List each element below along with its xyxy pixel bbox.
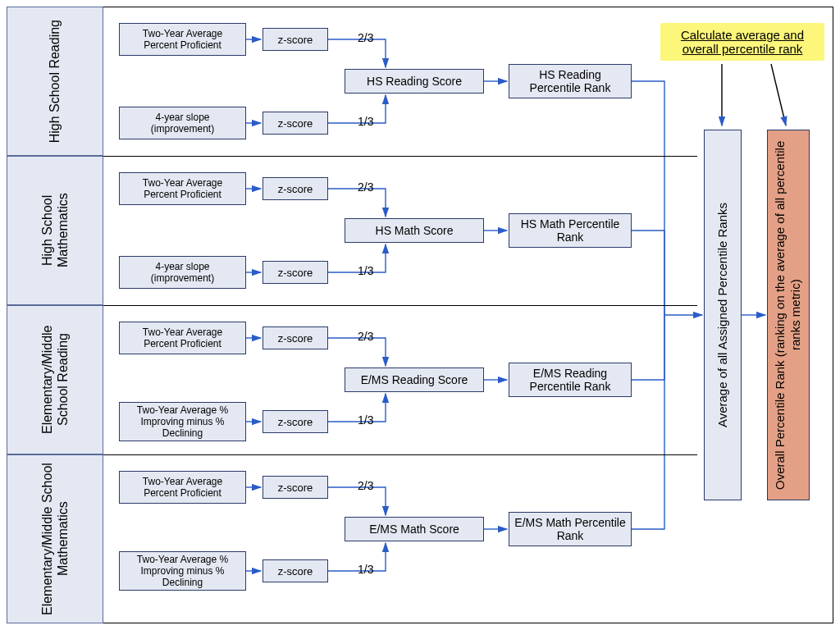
rank-box: HS Math Percentile Rank [509, 213, 632, 248]
row-divider [7, 305, 697, 306]
overall-rank-box: Overall Percentile Rank (ranking on the … [767, 130, 810, 500]
weight-lower: 1/3 [358, 413, 373, 427]
input-improving: Two-Year Average % Improving minus % Dec… [119, 402, 246, 441]
score-box: HS Math Score [345, 218, 484, 243]
row-label-hs-reading: High School Reading [7, 7, 103, 156]
zscore-box: z-score [262, 410, 328, 433]
score-box: E/MS Math Score [345, 517, 484, 541]
input-proficient: Two-Year Average Percent Proficient [119, 172, 246, 205]
row-label-hs-math: High School Mathematics [7, 156, 103, 305]
score-box: HS Reading Score [345, 69, 484, 94]
weight-lower: 1/3 [358, 115, 373, 128]
rank-box: E/MS Math Percentile Rank [509, 512, 632, 546]
zscore-box: z-score [262, 28, 328, 51]
avg-ranks-box: Average of all Assigned Percentile Ranks [704, 130, 742, 500]
zscore-box: z-score [262, 177, 328, 200]
row-label-ems-math: Elementary/Middle School Mathematics [7, 454, 103, 623]
row-divider [7, 156, 697, 157]
svg-line-15 [771, 64, 786, 126]
weight-upper: 2/3 [358, 479, 373, 492]
input-proficient: Two-Year Average Percent Proficient [119, 471, 246, 504]
zscore-box: z-score [262, 476, 328, 499]
weight-lower: 1/3 [358, 264, 373, 277]
calc-note: Calculate average and overall percentile… [660, 23, 824, 61]
weight-upper: 2/3 [358, 330, 373, 343]
row-divider [7, 454, 697, 455]
zscore-box: z-score [262, 559, 328, 582]
input-slope: 4-year slope (improvement) [119, 107, 246, 139]
rank-box: HS Reading Percentile Rank [509, 64, 632, 98]
zscore-box: z-score [262, 261, 328, 284]
input-proficient: Two-Year Average Percent Proficient [119, 23, 246, 56]
input-improving: Two-Year Average % Improving minus % Dec… [119, 551, 246, 591]
zscore-box: z-score [262, 112, 328, 135]
input-slope: 4-year slope (improvement) [119, 256, 246, 289]
weight-upper: 2/3 [358, 180, 373, 194]
weight-lower: 1/3 [358, 563, 373, 576]
input-proficient: Two-Year Average Percent Proficient [119, 322, 246, 354]
rank-box: E/MS Reading Percentile Rank [509, 363, 632, 397]
zscore-box: z-score [262, 326, 328, 349]
row-label-ems-reading: Elementary/Middle School Reading [7, 305, 103, 454]
weight-upper: 2/3 [358, 31, 373, 44]
score-box: E/MS Reading Score [345, 368, 484, 392]
